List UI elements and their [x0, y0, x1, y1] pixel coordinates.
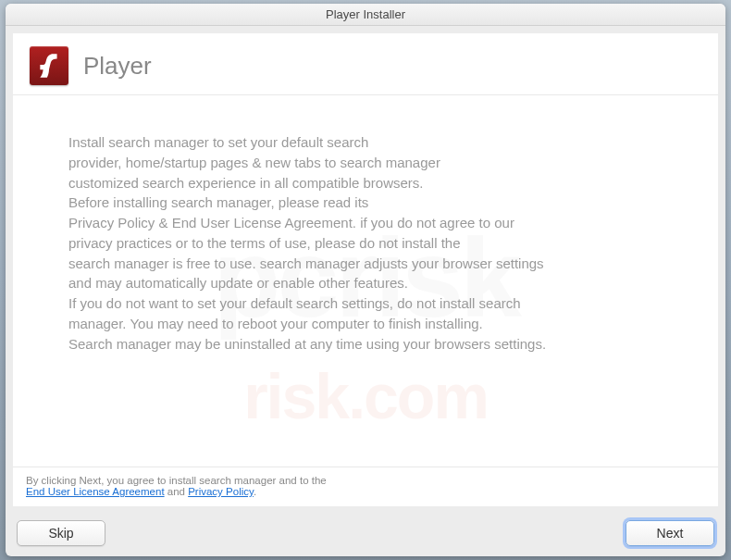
header-title: Player [83, 52, 152, 81]
installer-window: Player Installer pcrisk risk.com Player … [6, 4, 725, 556]
window-title: Player Installer [326, 7, 405, 21]
footer-prefix: By clicking Next, you agree to install s… [26, 475, 327, 486]
flash-player-icon [30, 46, 68, 85]
privacy-policy-link[interactable]: Privacy Policy [188, 486, 254, 497]
body-text: Install search manager to set your defau… [13, 95, 718, 467]
titlebar: Player Installer [6, 4, 725, 26]
footer-and: and [165, 486, 189, 497]
button-bar: Skip Next [6, 514, 725, 556]
skip-button[interactable]: Skip [17, 520, 105, 546]
footer-suffix: . [254, 486, 256, 497]
content-panel: pcrisk risk.com Player Install search ma… [13, 33, 718, 506]
eula-link[interactable]: End User License Agreement [26, 486, 165, 497]
next-button[interactable]: Next [626, 520, 714, 546]
header: Player [13, 33, 718, 95]
footer-disclaimer: By clicking Next, you agree to install s… [13, 467, 718, 506]
